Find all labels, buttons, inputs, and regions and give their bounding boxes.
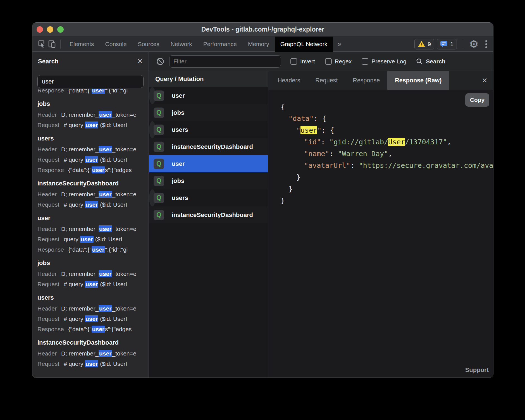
search-result-row[interactable]: HeaderD; remember_user_token=e bbox=[37, 189, 149, 199]
search-result-row[interactable]: Requestquery user ($id: UserI bbox=[37, 234, 149, 244]
detail-tab-headers[interactable]: Headers bbox=[270, 71, 308, 90]
search-result-row[interactable]: Request# query user ($id: UserI bbox=[37, 359, 149, 369]
search-result-row[interactable]: Request# query user ($id: UserI bbox=[37, 199, 149, 210]
devtools-tab-elements[interactable]: Elements bbox=[64, 37, 100, 52]
text-segment: D; remember_ bbox=[61, 271, 99, 277]
search-result-row[interactable]: HeaderD; remember_user_token=e bbox=[37, 224, 149, 234]
clear-icon[interactable] bbox=[155, 56, 165, 66]
copy-button[interactable]: Copy bbox=[465, 93, 489, 107]
search-result-row[interactable]: Response{"data":{"user":{"id":"gi bbox=[37, 89, 149, 96]
search-result-row[interactable]: HeaderD; remember_user_token=e bbox=[37, 144, 149, 154]
text-segment: } bbox=[288, 185, 293, 193]
checkbox-invert[interactable]: Invert bbox=[290, 58, 315, 65]
text-segment: # query bbox=[64, 201, 85, 208]
devtools-tab-performance[interactable]: Performance bbox=[198, 37, 242, 52]
text-segment: # query bbox=[64, 281, 85, 287]
text-segment: _token=e bbox=[112, 191, 136, 197]
message-icon bbox=[440, 40, 448, 48]
result-row-label: Header bbox=[37, 146, 57, 152]
query-row-label: user bbox=[172, 92, 185, 99]
json-line: "avatarUrl": "https://secure.gravatar.co… bbox=[281, 160, 493, 171]
query-row-user[interactable]: Quser bbox=[149, 155, 268, 172]
search-result-row[interactable]: Request# query user ($id: UserI bbox=[37, 314, 149, 324]
settings-gear-icon[interactable]: ⚙ bbox=[469, 39, 479, 49]
result-row-label: Request bbox=[37, 156, 59, 163]
search-result-row[interactable]: Response{"data":{"users":{"edges bbox=[37, 165, 149, 175]
messages-badge[interactable]: 1 bbox=[437, 39, 457, 49]
search-result-row[interactable]: HeaderD; remember_user_token=e bbox=[37, 303, 149, 314]
text-segment: "name" bbox=[304, 150, 329, 158]
search-result-group: usersHeaderD; remember_user_token=eReque… bbox=[37, 293, 149, 334]
device-toolbar-icon[interactable] bbox=[47, 39, 57, 49]
toolbar-search-button[interactable]: Search bbox=[416, 58, 445, 65]
search-result-row[interactable]: Request# query user ($id: UserI bbox=[37, 279, 149, 289]
highlight-match: user bbox=[85, 315, 98, 322]
query-badge: Q bbox=[154, 210, 164, 220]
text-segment: ":{"id":"gi bbox=[105, 246, 128, 253]
search-result-group: instanceSecurityDashboardHeaderD; rememb… bbox=[37, 338, 149, 369]
detail-tab-response[interactable]: Response bbox=[345, 71, 387, 90]
query-row-jobs[interactable]: Qjobs bbox=[149, 172, 268, 189]
search-result-group-title: jobs bbox=[37, 259, 149, 267]
text-segment: s":{"edges bbox=[105, 326, 132, 332]
close-search-icon[interactable]: ✕ bbox=[137, 57, 143, 65]
query-row-label: instanceSecurityDashboard bbox=[172, 143, 253, 151]
more-tabs-chevron-icon[interactable]: » bbox=[333, 40, 346, 48]
search-result-row[interactable]: HeaderD; remember_user_token=e bbox=[37, 269, 149, 279]
search-input[interactable] bbox=[37, 75, 144, 88]
devtools-tab-console[interactable]: Console bbox=[100, 37, 132, 52]
checkbox-label: Invert bbox=[300, 58, 315, 65]
zoom-window-button[interactable] bbox=[57, 26, 64, 33]
devtools-tab-sources[interactable]: Sources bbox=[132, 37, 165, 52]
json-line: { bbox=[281, 101, 493, 113]
checkbox-label: Regex bbox=[335, 58, 352, 65]
close-detail-icon[interactable]: ✕ bbox=[482, 77, 488, 85]
text-segment: ($id: UserI bbox=[94, 236, 122, 242]
search-result-row[interactable]: Request# query user ($id: UserI bbox=[37, 120, 149, 130]
query-row-jobs[interactable]: Qjobs bbox=[149, 104, 268, 121]
checkbox-icon bbox=[290, 58, 297, 65]
text-segment: "avatarUrl" bbox=[304, 161, 350, 170]
detail-tab-request[interactable]: Request bbox=[308, 71, 345, 90]
minimize-window-button[interactable] bbox=[47, 26, 53, 33]
query-badge: Q bbox=[154, 125, 164, 135]
text-segment: ($id: UserI bbox=[98, 281, 127, 287]
text-segment: "Warren Day" bbox=[338, 150, 388, 158]
issues-warning-badge[interactable]: 9 bbox=[414, 39, 435, 49]
query-row-instancesecuritydashboard[interactable]: QinstanceSecurityDashboard bbox=[149, 206, 268, 223]
close-window-button[interactable] bbox=[37, 26, 43, 33]
highlight-match: User bbox=[388, 138, 405, 146]
more-options-icon[interactable] bbox=[485, 40, 487, 48]
text-segment: _token=e bbox=[112, 350, 136, 357]
response-raw-panel: Copy {"data": {"user": {"id": "gid://git… bbox=[268, 90, 493, 378]
highlight-match: user bbox=[99, 305, 112, 312]
search-result-row[interactable]: HeaderD; remember_user_token=e bbox=[37, 109, 149, 120]
query-row-user[interactable]: Quser bbox=[149, 87, 156, 104]
text-segment: D; remember_ bbox=[61, 146, 99, 152]
search-result-row[interactable]: Response{"data":{"user":{"id":"gi bbox=[37, 244, 149, 255]
search-result-group: instanceSecurityDashboardHeaderD; rememb… bbox=[37, 179, 149, 210]
detail-tab-response-raw[interactable]: Response (Raw) bbox=[387, 71, 449, 90]
query-row-instancesecuritydashboard[interactable]: QinstanceSecurityDashboard bbox=[149, 138, 268, 155]
checkbox-preserve-log[interactable]: Preserve Log bbox=[362, 58, 406, 65]
text-segment: {"data":{" bbox=[68, 246, 92, 253]
query-row-users[interactable]: Qusers bbox=[149, 189, 156, 206]
devtools-tab-memory[interactable]: Memory bbox=[242, 37, 275, 52]
support-link[interactable]: Support bbox=[465, 366, 489, 374]
search-result-row[interactable]: HeaderD; remember_user_token=e bbox=[37, 348, 149, 359]
search-result-row[interactable]: Response{"data":{"users":{"edges bbox=[37, 324, 149, 334]
text-segment: : bbox=[350, 161, 359, 170]
devtools-tab-network[interactable]: Network bbox=[165, 37, 198, 52]
text-segment: _token=e bbox=[112, 305, 136, 312]
filter-input[interactable] bbox=[169, 55, 281, 68]
search-result-row[interactable]: Request# query user ($id: UserI bbox=[37, 154, 149, 165]
search-result-group-title: instanceSecurityDashboard bbox=[37, 338, 149, 347]
highlight-match: user bbox=[99, 111, 112, 118]
json-line: } bbox=[281, 195, 493, 207]
inspect-element-icon[interactable] bbox=[37, 39, 47, 49]
checkbox-regex[interactable]: Regex bbox=[325, 58, 352, 65]
text-segment: "id" bbox=[304, 138, 321, 146]
devtools-tab-graphql-network[interactable]: GraphQL Network bbox=[275, 37, 333, 52]
query-row-users[interactable]: Qusers bbox=[149, 121, 156, 138]
checkbox-label: Preserve Log bbox=[371, 58, 406, 65]
